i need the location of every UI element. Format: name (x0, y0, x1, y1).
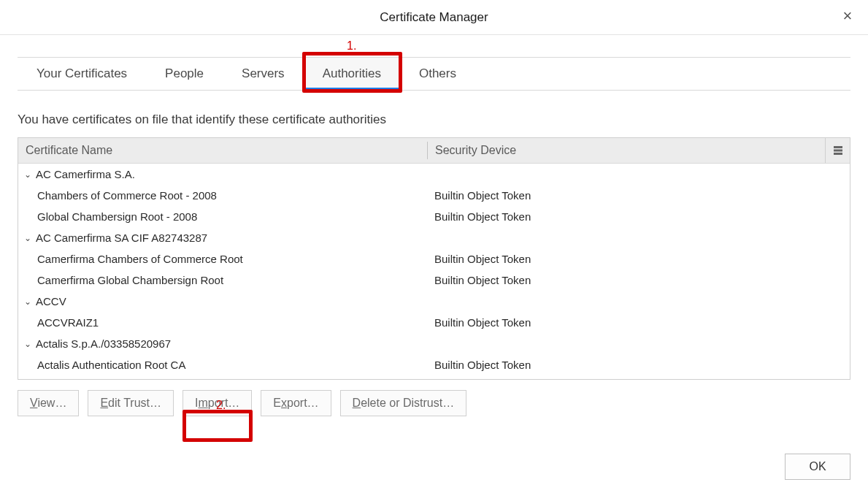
delete-distrust-button[interactable]: Delete or Distrust… (340, 390, 467, 416)
certificate-name-text: ACCV (36, 295, 66, 307)
ok-row: OK (785, 454, 850, 480)
tree-child-row[interactable]: Chambers of Commerce Root - 2008Builtin … (18, 185, 850, 206)
tab-label: Others (419, 66, 456, 81)
tab-label: People (165, 66, 204, 81)
tab-authorities[interactable]: Authorities (304, 58, 400, 90)
cell-certificate-name: Actalis Authentication Root CA (18, 359, 427, 371)
tab-others[interactable]: Others (400, 58, 475, 90)
tree-group-row[interactable]: ⌄AC Camerfirma S.A. (18, 164, 850, 185)
window-title: Certificate Manager (380, 10, 488, 25)
chevron-down-icon[interactable]: ⌄ (20, 169, 36, 180)
certificate-name-text: Actalis Authentication Root CA (37, 359, 185, 371)
tree-group-row[interactable]: ⌄ACCV (18, 291, 850, 312)
btn-text: dit Trust… (108, 397, 161, 409)
edit-trust-button[interactable]: Edit Trust… (88, 390, 174, 416)
column-picker-icon[interactable] (825, 138, 850, 163)
cell-certificate-name: ⌄AC Camerfirma SA CIF A82743287 (18, 232, 427, 244)
cell-certificate-name: Global Chambersign Root - 2008 (18, 210, 427, 223)
cell-certificate-name: ⌄ACCV (18, 295, 427, 307)
chevron-down-icon[interactable]: ⌄ (20, 233, 36, 243)
import-button[interactable]: Import… (183, 390, 252, 416)
cell-certificate-name: Camerfirma Global Chambersign Root (18, 274, 427, 286)
tab-label: Servers (242, 66, 285, 81)
cell-certificate-name: ⌄Actalis S.p.A./03358520967 (18, 337, 427, 350)
cell-certificate-name: ⌄AC Camerfirma S.A. (18, 168, 427, 180)
column-header-device[interactable]: Security Device (428, 138, 825, 163)
chevron-down-icon[interactable]: ⌄ (20, 297, 36, 307)
certificate-manager-dialog: Certificate Manager × Your Certificates … (0, 0, 868, 493)
annotation-label-1: 1. (347, 39, 356, 53)
svg-rect-2 (834, 153, 842, 155)
table-header: Certificate Name Security Device (18, 138, 850, 164)
certificate-name-text: ACCVRAIZ1 (37, 316, 99, 329)
btn-text: elete or Distrust… (361, 397, 454, 409)
certificate-table: Certificate Name Security Device ⌄AC Cam… (18, 137, 850, 380)
certificate-name-text: Actalis S.p.A./03358520967 (36, 337, 171, 350)
tree-child-row[interactable]: Global Chambersign Root - 2008Builtin Ob… (18, 206, 850, 227)
tab-your-certificates[interactable]: Your Certificates (18, 58, 146, 90)
tab-bar: Your Certificates People Servers Authori… (18, 57, 850, 91)
cell-certificate-name: ACCVRAIZ1 (18, 316, 427, 329)
close-icon[interactable]: × (837, 6, 858, 26)
cell-security-device: Builtin Object Token (427, 210, 531, 223)
cell-security-device: Builtin Object Token (427, 359, 531, 371)
certificate-name-text: Global Chambersign Root - 2008 (37, 210, 197, 223)
certificate-name-text: Chambers of Commerce Root - 2008 (37, 189, 217, 202)
cell-certificate-name: Chambers of Commerce Root - 2008 (18, 189, 427, 202)
svg-rect-1 (834, 150, 842, 152)
tree-group-row[interactable]: ⌄Actalis S.p.A./03358520967 (18, 333, 850, 354)
action-button-row: View… Edit Trust… Import… Export… Delete… (18, 390, 850, 416)
tab-label: Authorities (323, 66, 381, 81)
cell-security-device: Builtin Object Token (427, 253, 531, 265)
cell-security-device: Builtin Object Token (427, 316, 531, 329)
tab-servers[interactable]: Servers (223, 58, 304, 90)
certificate-name-text: Camerfirma Chambers of Commerce Root (37, 253, 243, 265)
tree-group-row[interactable]: ⌄AddTrust AB (18, 375, 850, 379)
tree-child-row[interactable]: ACCVRAIZ1Builtin Object Token (18, 312, 850, 333)
svg-rect-0 (834, 146, 842, 148)
btn-text: iew… (37, 397, 66, 409)
btn-text: E (273, 397, 281, 409)
tab-label: Your Certificates (37, 66, 127, 81)
titlebar: Certificate Manager × (0, 0, 868, 35)
btn-text: port… (208, 397, 240, 409)
cell-security-device: Builtin Object Token (427, 274, 531, 286)
certificate-name-text: AC Camerfirma S.A. (36, 168, 135, 180)
tree-child-row[interactable]: Camerfirma Global Chambersign RootBuilti… (18, 270, 850, 291)
view-button[interactable]: View… (18, 390, 79, 416)
tree-group-row[interactable]: ⌄AC Camerfirma SA CIF A82743287 (18, 227, 850, 248)
cell-security-device: Builtin Object Token (427, 189, 531, 202)
tree-child-row[interactable]: Actalis Authentication Root CABuiltin Ob… (18, 354, 850, 375)
cell-certificate-name: Camerfirma Chambers of Commerce Root (18, 253, 427, 265)
tab-people[interactable]: People (146, 58, 223, 90)
dialog-content: Your Certificates People Servers Authori… (0, 57, 868, 416)
table-body[interactable]: ⌄AC Camerfirma S.A.Chambers of Commerce … (18, 164, 850, 379)
btn-text: port… (287, 397, 319, 409)
chevron-down-icon[interactable]: ⌄ (20, 339, 36, 349)
certificate-name-text: Camerfirma Global Chambersign Root (37, 274, 223, 286)
column-header-name[interactable]: Certificate Name (18, 138, 427, 163)
export-button[interactable]: Export… (261, 390, 331, 416)
tree-child-row[interactable]: Camerfirma Chambers of Commerce RootBuil… (18, 248, 850, 270)
description-text: You have certificates on file that ident… (18, 112, 850, 127)
ok-button[interactable]: OK (785, 454, 850, 480)
certificate-name-text: AC Camerfirma SA CIF A82743287 (36, 232, 207, 244)
